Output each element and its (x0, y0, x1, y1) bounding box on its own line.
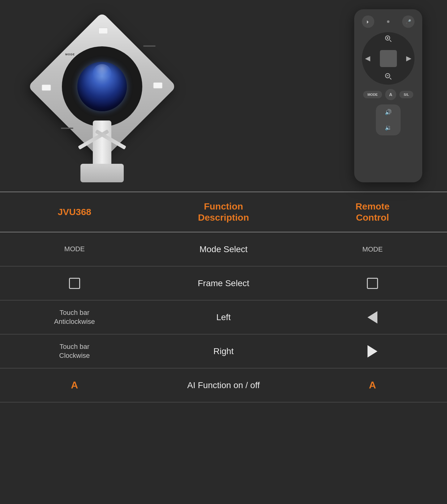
mute-icon: 🎤 (406, 19, 411, 24)
row2-col1 (0, 272, 149, 295)
row3-col3 (298, 305, 447, 330)
table-header: JVU368 Function Description Remote Contr… (0, 192, 447, 232)
row3-col1: Touch bar Anticlockwise (0, 302, 149, 332)
remote-vol-down-button[interactable]: 🔉 (385, 124, 392, 131)
row2-col3 (298, 272, 447, 295)
table-row: Touch bar Anticlockwise Left (0, 300, 447, 334)
row5-col2: AI Function on / off (149, 374, 298, 396)
a-label-left: A (71, 379, 78, 391)
row2-col2: Frame Select (149, 272, 298, 294)
row1-col1: MODE (0, 239, 149, 260)
cam-button-top-right (153, 82, 162, 88)
remote-led (387, 20, 389, 23)
remote-mode-button[interactable]: MODE (363, 91, 382, 98)
remote-zoom-out-button[interactable] (385, 73, 392, 82)
col-header-remote: Remote Control (298, 201, 447, 223)
remote-vol-up-button[interactable]: 🔊 (385, 109, 392, 116)
table-row: Frame Select (0, 266, 447, 300)
row4-col1: Touch bar Clockwise (0, 336, 149, 366)
svg-line-5 (390, 78, 391, 79)
remote-sl-button[interactable]: S/L (399, 91, 413, 98)
row3-col2: Left (149, 306, 298, 328)
row1-col3: MODE (298, 239, 447, 260)
row4-col3 (298, 339, 447, 364)
camera-stand (93, 121, 111, 182)
remote-zoom-in-button[interactable] (385, 35, 392, 44)
col-header-function: Function Description (149, 201, 298, 223)
svg-line-1 (390, 40, 391, 42)
table-row: MODE Mode Select MODE (0, 232, 447, 266)
cam-button-bottom-left (42, 85, 51, 91)
cam-button-top-left (99, 28, 108, 34)
remote-stop-button[interactable] (380, 50, 397, 67)
remote-top-row: ⏵ 🎤 (359, 15, 418, 28)
row5-col1: A (0, 373, 149, 397)
hero-section: MODE ⏵ 🎤 (0, 0, 447, 192)
row5-col3: A (298, 373, 447, 397)
a-label-right: A (369, 379, 376, 391)
col-header-jvu368: JVU368 (0, 201, 149, 223)
arrow-left-icon (367, 311, 377, 324)
table-row: Touch bar Clockwise Right (0, 334, 447, 368)
remote-right-button[interactable]: ▶ (406, 54, 411, 62)
remote-dpad: ◀ ▶ (362, 32, 415, 85)
remote-mode-row: MODE A S/L (363, 89, 413, 100)
row4-col2: Right (149, 340, 298, 362)
row1-col2: Mode Select (149, 238, 298, 260)
table-row: A AI Function on / off A (0, 368, 447, 402)
remote-mute-button[interactable]: 🎤 (402, 15, 415, 28)
remote-volume-block: 🔊 🔉 (376, 104, 401, 135)
remote-control: ⏵ 🎤 ◀ ▶ MODE A (354, 9, 422, 182)
cam-mode-label: MODE (65, 53, 75, 56)
remote-left-button[interactable]: ◀ (365, 54, 370, 62)
play-icon: ⏵ (366, 19, 370, 24)
camera-lens (67, 52, 137, 121)
camera-device: MODE (25, 9, 179, 182)
square-icon-left (69, 278, 80, 289)
table-section: JVU368 Function Description Remote Contr… (0, 192, 447, 402)
remote-a-button[interactable]: A (385, 89, 396, 100)
square-icon-right (367, 278, 378, 289)
arrow-right-icon (367, 345, 377, 358)
remote-play-button[interactable]: ⏵ (362, 15, 374, 28)
